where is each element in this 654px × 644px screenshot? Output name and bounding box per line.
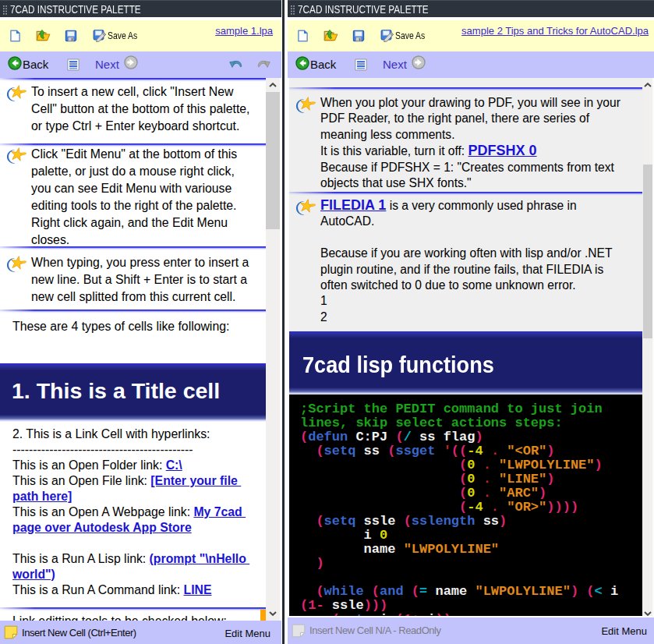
- cell-hyperlink[interactable]: PDFSHX 0: [468, 143, 537, 158]
- left-palette-title: 7CAD INSTRUCTIVE PALETTE: [10, 3, 141, 16]
- cell-text-line: When typing, you press enter to insert a: [0, 254, 266, 271]
- grip-handle-icon[interactable]: [290, 5, 295, 16]
- code-line: [300, 571, 618, 585]
- partial-cell[interactable]: Link editting tools to be checked below:: [0, 607, 266, 621]
- left-bottombar: Insert New Cell (Ctrl+Enter) Edit Menu: [0, 621, 281, 644]
- code-line: (1- ssle))): [300, 599, 618, 613]
- cell-text-line: or type Ctrl + Enter keyboard shortcut.: [0, 118, 266, 135]
- code-line: (0 . "LWPOLYLINE"): [300, 458, 618, 472]
- cell-hyperlink[interactable]: LINE: [184, 583, 212, 596]
- code-line: (while (and (= name "LWPOLYLINE") (< i: [300, 585, 618, 599]
- open-file-icon[interactable]: [36, 29, 51, 42]
- new-file-icon[interactable]: [9, 30, 21, 42]
- note-cell[interactable]: When you plot your drawing to PDF, you w…: [289, 87, 642, 192]
- code-line: name "LWPOLYLINE": [300, 543, 618, 557]
- right-scrollbar-thumb[interactable]: [643, 165, 652, 338]
- save-icon[interactable]: [65, 30, 77, 42]
- insert-new-cell-button[interactable]: Insert New Cell (Ctrl+Enter): [22, 627, 136, 639]
- next-button-label[interactable]: Next: [95, 58, 119, 71]
- cell-separator: [289, 87, 642, 91]
- scroll-up-icon[interactable]: [644, 83, 652, 87]
- cell-text-line: new line. But a Shift + Enter is to star…: [0, 271, 266, 288]
- title-cell[interactable]: 7cad lisp functions: [289, 331, 642, 395]
- save-icon[interactable]: [352, 30, 365, 42]
- code-line: ): [300, 557, 618, 571]
- cell-hyperlink[interactable]: FILEDIA 1: [320, 197, 386, 213]
- link-cell[interactable]: 2. This is a Link Cell with hyperlinks:-…: [0, 422, 266, 607]
- left-scrollbar-thumb[interactable]: [266, 92, 280, 229]
- next-button-label[interactable]: Next: [383, 58, 407, 71]
- cell-text-line: Because if you are working often with li…: [289, 246, 642, 261]
- back-icon[interactable]: [8, 56, 22, 70]
- note-cell[interactable]: Click "Edit Menu" at the bottom of thisp…: [0, 143, 266, 246]
- cell-hyperlink[interactable]: My 7cad: [193, 505, 246, 518]
- cell-hyperlink[interactable]: C:\: [166, 458, 182, 472]
- palette-gap-divider: [282, 0, 285, 644]
- code-line: (defun C:PJ (/ ss flag): [300, 430, 618, 444]
- cell-text-line: PDF Reader, to the right panel, there ar…: [289, 111, 642, 126]
- left-palette-titlebar[interactable]: 7CAD INSTRUCTIVE PALETTE: [0, 0, 281, 17]
- insert-new-cell-label: Insert New Cell N/A - ReadOnly: [309, 625, 441, 636]
- save-as-label[interactable]: Save As: [108, 30, 137, 41]
- cell-text-line: AutoCAD.: [289, 214, 642, 229]
- cell-text-line: Cell" button at the bottom of this palet…: [0, 101, 266, 118]
- cell-text-line: This is an Open File link: [Enter your f…: [0, 473, 266, 489]
- edit-menu-button[interactable]: Edit Menu: [601, 625, 647, 637]
- save-as-icon[interactable]: [380, 29, 394, 42]
- insert-cell-icon[interactable]: [4, 625, 18, 639]
- current-file-link[interactable]: sample 1.lpa: [215, 25, 273, 37]
- cell-text-line: Click "Edit Menu" at the bottom of this: [0, 146, 266, 163]
- note-cell[interactable]: To insert a new cell, click "Insert NewC…: [0, 78, 266, 143]
- cell-hyperlink[interactable]: path here]: [12, 490, 72, 503]
- code-line: (0 . "LINE"): [300, 472, 618, 487]
- cell-text-line: world"): [0, 567, 266, 582]
- cell-text-line: plugin routine, and if the routine fails…: [289, 262, 642, 278]
- cell-text-line: ----------------------------------------…: [0, 442, 266, 458]
- note-cell[interactable]: When typing, you press enter to insert a…: [0, 246, 266, 310]
- grip-handle-icon[interactable]: [2, 5, 8, 16]
- scroll-down-icon[interactable]: [644, 611, 652, 616]
- current-file-link[interactable]: sample 2 Tips and Tricks for AutoCAD.lpa: [461, 25, 649, 37]
- cell-list-icon[interactable]: [67, 58, 80, 71]
- new-file-icon[interactable]: [297, 30, 309, 42]
- cell-text-line: editing tools to the right of the palett…: [0, 197, 266, 214]
- code-line: (setq ss (ssget '((-4 . "<OR"): [300, 444, 618, 458]
- code-line: i 0: [300, 529, 618, 543]
- left-toolbar: Save As sample 1.lpa: [0, 20, 281, 51]
- back-button-label[interactable]: Back: [23, 58, 48, 71]
- cell-hyperlink[interactable]: page over Autodesk App Store: [12, 521, 192, 534]
- cell-text-line: 1: [289, 293, 642, 309]
- cell-hyperlink[interactable]: (prompt "\nHello: [150, 552, 250, 565]
- left-scrollbar[interactable]: [266, 78, 280, 621]
- save-as-icon[interactable]: [93, 29, 107, 42]
- redo-icon[interactable]: [256, 59, 270, 69]
- scroll-down-icon[interactable]: [269, 611, 277, 616]
- left-navbar: Back Next: [0, 51, 281, 78]
- code-cell[interactable]: ;Script the PEDIT command to just joinli…: [289, 395, 642, 616]
- cell-text-line: 2. This is a Link Cell with hyperlinks:: [0, 426, 266, 442]
- open-file-icon[interactable]: [323, 29, 338, 42]
- code-line: (-4 . "OR>")))): [300, 501, 618, 515]
- undo-icon[interactable]: [229, 59, 243, 69]
- note-cell[interactable]: FILEDIA 1 is a very commonly used phrase…: [289, 192, 642, 331]
- cell-hyperlink[interactable]: world"): [12, 568, 55, 581]
- title-cell-text: 1. This is a Title cell: [12, 378, 220, 404]
- scroll-up-icon[interactable]: [269, 83, 277, 87]
- save-as-label[interactable]: Save As: [395, 30, 425, 41]
- next-icon[interactable]: [412, 55, 426, 69]
- cell-text-line: FILEDIA 1 is a very commonly used phrase…: [289, 197, 642, 214]
- cell-text-line: [0, 536, 266, 551]
- next-icon[interactable]: [124, 55, 138, 69]
- right-scrollbar[interactable]: [643, 78, 652, 616]
- cell-text-line: 2: [289, 310, 642, 325]
- cell-list-icon[interactable]: [355, 58, 367, 71]
- back-button-label[interactable]: Back: [310, 58, 336, 71]
- edit-menu-button[interactable]: Edit Menu: [224, 628, 270, 639]
- right-palette-titlebar[interactable]: 7CAD INSTRUCTIVE PALETTE: [288, 0, 654, 17]
- title-cell[interactable]: 1. This is a Title cell: [0, 363, 266, 422]
- cell-text-line: These are 4 types of cells like followin…: [0, 318, 266, 335]
- cell-text-line: This is a Run A Lisp link: (prompt "\nHe…: [0, 551, 266, 567]
- back-icon[interactable]: [295, 56, 309, 70]
- note-cell[interactable]: These are 4 types of cells like followin…: [0, 310, 266, 363]
- cell-hyperlink[interactable]: [Enter your file: [150, 474, 241, 487]
